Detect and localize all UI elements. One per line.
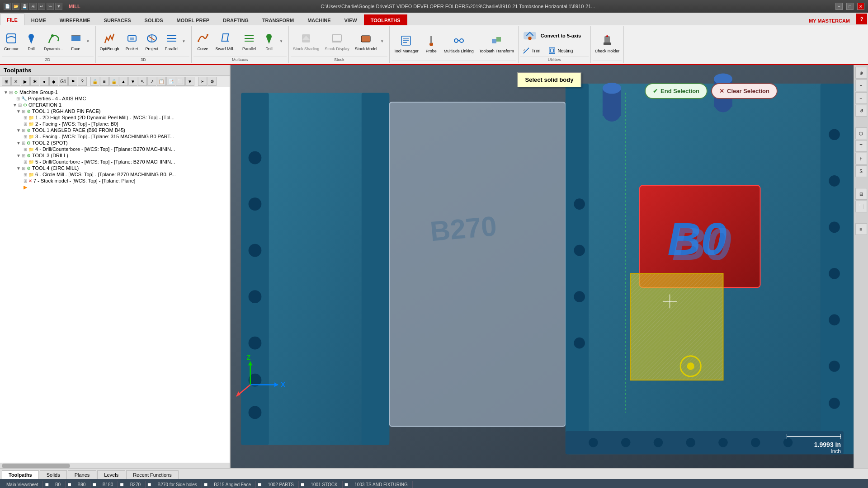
tab-recentfunctions-bottom[interactable]: Recent Functions xyxy=(126,470,179,479)
tp-btn-20[interactable]: ▼ xyxy=(185,77,194,86)
2d-expand-arrow[interactable]: ▼ xyxy=(86,39,94,43)
drill-button[interactable]: Drill xyxy=(22,30,41,52)
tab-view[interactable]: VIEW xyxy=(338,14,364,25)
tree-op6[interactable]: ⊞ 📁 6 - Circle Mill - [WCS: Top] - [Tpla… xyxy=(2,171,228,178)
tab-file[interactable]: FILE xyxy=(0,14,24,25)
expand-tool2[interactable]: ▼ xyxy=(16,141,21,145)
tab-toolpaths[interactable]: TOOLPATHS xyxy=(364,14,407,25)
tp-btn-5[interactable]: ● xyxy=(40,77,49,86)
expand-tool3[interactable]: ▼ xyxy=(16,153,21,158)
face-button[interactable]: Face xyxy=(66,30,85,52)
end-selection-button[interactable]: ✔ End Selection xyxy=(645,83,708,99)
tree-tool4[interactable]: ▼ ⊞ ⚙ TOOL 4 (CIRC MILL) xyxy=(2,165,228,171)
dynamic-button[interactable]: Dynamic... xyxy=(42,30,66,52)
minimize-button[interactable]: − xyxy=(835,3,843,10)
curve-button[interactable]: Curve xyxy=(193,30,212,52)
tree-operation1[interactable]: ▼ ⊞ ⚙ OPERATION 1 xyxy=(2,102,228,108)
tab-planes-bottom[interactable]: Planes xyxy=(68,470,97,479)
tp-btn-1[interactable]: ⊞ xyxy=(2,77,11,86)
expand-tool1angled[interactable]: ▼ xyxy=(16,128,21,133)
tree-tool3[interactable]: ▼ ⊞ ⚙ TOOL 3 (DRILL) xyxy=(2,152,228,159)
tp-btn-13[interactable]: ▲ xyxy=(119,77,128,86)
tp-btn-22[interactable]: ⚙ xyxy=(208,77,217,86)
parallel-button[interactable]: Parallel xyxy=(162,30,181,52)
project-button[interactable]: Project xyxy=(142,30,161,52)
view-wireframe-button[interactable]: ⊟ xyxy=(855,188,867,200)
viewsheet-b270-holes[interactable]: B270 for Side holes xyxy=(153,481,202,488)
multiaxis-expand-arrow[interactable]: ▼ xyxy=(279,39,287,43)
view-top-button[interactable]: T xyxy=(855,140,867,152)
view-fit-button[interactable]: ⊕ xyxy=(855,67,867,79)
tree-op1[interactable]: ⊞ 📁 1 - 2D High Speed (2D Dynamic Peel M… xyxy=(2,114,228,121)
new-icon[interactable]: 📄 xyxy=(4,3,11,10)
tp-btn-9[interactable]: ? xyxy=(78,77,87,86)
probe-button[interactable]: Probe xyxy=(422,32,441,55)
print-icon[interactable]: 🖨 xyxy=(29,3,37,10)
tab-levels-bottom[interactable]: Levels xyxy=(97,470,125,479)
maximize-button[interactable]: □ xyxy=(846,3,854,10)
pocket-button[interactable]: Pocket xyxy=(123,30,142,52)
open-icon[interactable]: 📂 xyxy=(12,3,19,10)
tp-btn-3[interactable]: ▶ xyxy=(21,77,30,86)
tree-op2[interactable]: ⊞ 📁 2 - Facing - [WCS: Top] - [Tplane: B… xyxy=(2,121,228,127)
tab-transform[interactable]: TRANSFORM xyxy=(255,14,301,25)
help-button[interactable]: ? xyxy=(856,14,867,24)
viewsheet-1003[interactable]: 1003 TS AND FIXTURING xyxy=(350,481,413,488)
tree-scrollbar[interactable] xyxy=(0,463,230,468)
tp-btn-17[interactable]: 📋 xyxy=(157,77,166,86)
tp-btn-7[interactable]: G1 xyxy=(59,77,68,86)
view-options-button[interactable]: ≡ xyxy=(855,223,867,235)
tp-btn-15[interactable]: ↖ xyxy=(138,77,147,86)
viewsheet-b180[interactable]: B180 xyxy=(98,481,118,488)
viewsheet-b315[interactable]: B315 Angled Face xyxy=(209,481,256,488)
tab-wireframe[interactable]: WIREFRAME xyxy=(53,14,97,25)
tree-machinegroup1[interactable]: ▼ ⊞ ⚙ Machine Group-1 xyxy=(2,89,228,95)
tp-btn-8[interactable]: ⚑ xyxy=(68,77,77,86)
tab-toolpaths-bottom[interactable]: Toolpaths xyxy=(2,470,39,479)
stock-shading-button[interactable]: Stock Shading xyxy=(291,30,321,52)
expand-operation1[interactable]: ▼ xyxy=(13,103,17,108)
tab-home[interactable]: HOME xyxy=(24,14,53,25)
viewsheet-1001[interactable]: 1001 STOCK xyxy=(306,481,342,488)
tp-btn-6[interactable]: ◆ xyxy=(49,77,58,86)
drill-ma-button[interactable]: Drill xyxy=(259,30,278,52)
tab-modelprep[interactable]: MODEL PREP xyxy=(170,14,217,25)
view-front-button[interactable]: F xyxy=(855,153,867,164)
tp-btn-11[interactable]: ≡ xyxy=(100,77,109,86)
tp-btn-4[interactable]: ✱ xyxy=(30,77,39,86)
close-button[interactable]: ✕ xyxy=(857,3,864,10)
viewsheet-main[interactable]: Main Viewsheet xyxy=(2,481,43,488)
tp-btn-21[interactable]: ✂ xyxy=(198,77,207,86)
stock-expand-arrow[interactable]: ▼ xyxy=(380,39,387,43)
tp-btn-18[interactable]: 📑 xyxy=(166,77,175,86)
tp-btn-16[interactable]: ↗ xyxy=(147,77,156,86)
swarf-mill-button[interactable]: Swarf Mill... xyxy=(213,30,239,52)
tree-op3[interactable]: ⊞ 📁 3 - Facing - [WCS: Top] - [Tplane: 3… xyxy=(2,133,228,140)
3d-expand-arrow[interactable]: ▼ xyxy=(182,39,189,43)
redo-icon[interactable]: ↪ xyxy=(47,3,54,10)
tp-btn-12[interactable]: 🔒 xyxy=(109,77,118,86)
tp-btn-14[interactable]: ▼ xyxy=(128,77,137,86)
expand-machinegroup1[interactable]: ▼ xyxy=(4,90,8,95)
undo-icon[interactable]: ↩ xyxy=(38,3,45,10)
convert-to-5axis-button[interactable]: Convert to 5-axis xyxy=(520,27,583,44)
tab-surfaces[interactable]: SURFACES xyxy=(97,14,138,25)
view-shaded-button[interactable]: ⬜ xyxy=(855,201,867,212)
viewsheet-1002[interactable]: 1002 PARTS xyxy=(263,481,298,488)
tree-op7[interactable]: ⊞ ✕ 7 - Stock model - [WCS: Top] - [Tpla… xyxy=(2,178,228,184)
tool-manager-button[interactable]: Tool Manager xyxy=(392,32,421,55)
tree-tool2[interactable]: ▼ ⊞ ⚙ TOOL 2 (SPOT) xyxy=(2,140,228,146)
viewsheet-b270[interactable]: B270 xyxy=(126,481,146,488)
viewsheet-b0[interactable]: B0 xyxy=(51,481,66,488)
view-perspective-button[interactable]: ⬡ xyxy=(855,127,867,139)
tree-tool1angled[interactable]: ▼ ⊞ ⚙ TOOL 1 ANGLED FACE (B90 FROM B45) xyxy=(2,127,228,133)
contour-button[interactable]: Contour xyxy=(2,30,21,52)
tp-btn-19[interactable]: ⬜ xyxy=(176,77,185,86)
multiaxis-linking-button[interactable]: Multiaxis Linking xyxy=(442,32,476,55)
optirough-button[interactable]: OptiRough xyxy=(98,30,122,52)
view-side-button[interactable]: S xyxy=(855,165,867,177)
check-holder-button[interactable]: Check Holder xyxy=(593,32,622,55)
tree-op5[interactable]: ⊞ 📁 5 - Drill/Counterbore - [WCS: Top] -… xyxy=(2,159,228,165)
tab-solids-bottom[interactable]: Solids xyxy=(40,470,67,479)
toolpath-transform-button[interactable]: Toolpath Transform xyxy=(477,32,516,55)
